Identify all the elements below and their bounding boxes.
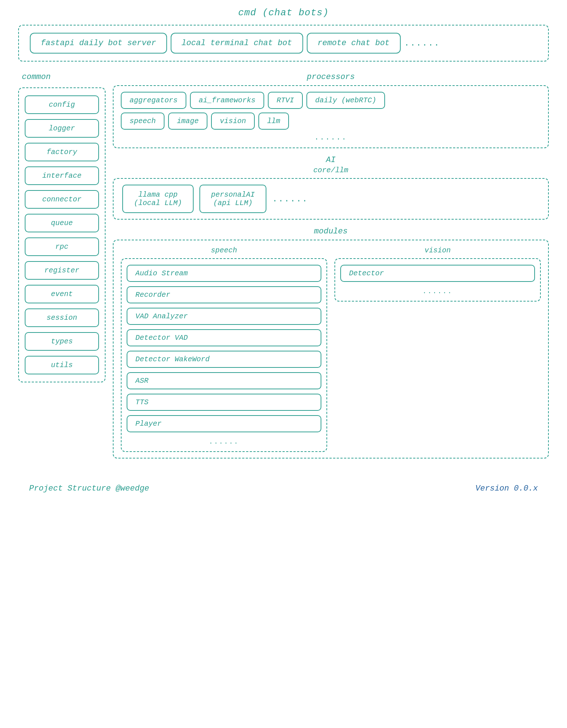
- common-item-interface[interactable]: interface: [25, 166, 99, 185]
- common-item-register[interactable]: register: [25, 261, 99, 280]
- speech-column: speech Audio Stream Recorder VAD Analyze…: [121, 246, 327, 452]
- vision-items: Detector ......: [334, 258, 541, 302]
- common-item-config[interactable]: config: [25, 95, 99, 114]
- proc-vision[interactable]: vision: [211, 113, 255, 130]
- core-llama[interactable]: llama cpp (local LLM): [122, 185, 194, 213]
- ai-label: AI: [113, 156, 549, 165]
- common-item-event[interactable]: event: [25, 285, 99, 303]
- common-item-utils[interactable]: utils: [25, 356, 99, 374]
- speech-detector-wakeword[interactable]: Detector WakeWord: [127, 351, 321, 368]
- core-row: llama cpp (local LLM) personalAI (api LL…: [122, 185, 539, 213]
- footer-version: Version 0.0.x: [475, 484, 538, 493]
- processors-ellipsis: ......: [121, 133, 541, 142]
- main-container: cmd (chat bots) fastapi daily bot server…: [0, 0, 567, 728]
- vision-detector[interactable]: Detector: [340, 265, 535, 282]
- core-ellipsis: ......: [272, 194, 308, 204]
- remote-chat-box[interactable]: remote chat bot: [307, 33, 401, 54]
- proc-llm[interactable]: llm: [258, 113, 289, 130]
- footer: Project Structure @weedge Version 0.0.x: [7, 473, 560, 500]
- cmd-ellipsis: ......: [404, 38, 440, 48]
- fastapi-box[interactable]: fastapi daily bot server: [30, 33, 167, 54]
- speech-items: Audio Stream Recorder VAD Analyzer Detec…: [121, 258, 327, 452]
- common-items-container: config logger factory interface connecto…: [18, 87, 106, 382]
- core-section: core/llm llama cpp (local LLM) personalA…: [113, 166, 549, 220]
- proc-daily-webrtc[interactable]: daily (webRTC): [306, 92, 385, 109]
- proc-ai-frameworks[interactable]: ai_frameworks: [190, 92, 264, 109]
- middle-area: common config logger factory interface c…: [18, 72, 549, 462]
- speech-player[interactable]: Player: [127, 415, 321, 432]
- right-main: processors aggregators ai_frameworks RTV…: [106, 72, 549, 462]
- proc-aggregators[interactable]: aggregators: [121, 92, 186, 109]
- local-terminal-box[interactable]: local terminal chat bot: [171, 33, 303, 54]
- modules-section: modules speech Audio Stream Recorder VAD…: [113, 227, 549, 459]
- speech-asr[interactable]: ASR: [127, 372, 321, 389]
- footer-project: Project Structure @weedge: [29, 484, 149, 493]
- speech-ellipsis: ......: [127, 438, 321, 445]
- proc-rtvi[interactable]: RTVI: [268, 92, 303, 109]
- core-container: llama cpp (local LLM) personalAI (api LL…: [113, 178, 549, 220]
- cmd-row: fastapi daily bot server local terminal …: [30, 33, 537, 54]
- modules-columns: speech Audio Stream Recorder VAD Analyze…: [121, 246, 541, 452]
- vision-column: vision Detector ......: [334, 246, 541, 452]
- common-item-factory[interactable]: factory: [25, 143, 99, 161]
- vision-ellipsis: ......: [340, 288, 535, 295]
- speech-recorder[interactable]: Recorder: [127, 286, 321, 303]
- vision-col-label: vision: [334, 246, 541, 255]
- core-label: core/llm: [113, 166, 549, 174]
- page-title: cmd (chat bots): [7, 7, 560, 18]
- processor-row2: speech image vision llm: [121, 113, 541, 130]
- processor-row1: aggregators ai_frameworks RTVI daily (we…: [121, 92, 541, 109]
- processors-container: aggregators ai_frameworks RTVI daily (we…: [113, 85, 549, 148]
- modules-container: speech Audio Stream Recorder VAD Analyze…: [113, 240, 549, 459]
- processors-section: processors aggregators ai_frameworks RTV…: [113, 72, 549, 156]
- proc-speech[interactable]: speech: [121, 113, 164, 130]
- common-item-types[interactable]: types: [25, 332, 99, 351]
- speech-detector-vad[interactable]: Detector VAD: [127, 329, 321, 346]
- common-item-rpc[interactable]: rpc: [25, 237, 99, 256]
- common-item-session[interactable]: session: [25, 308, 99, 327]
- common-item-queue[interactable]: queue: [25, 214, 99, 232]
- common-item-logger[interactable]: logger: [25, 119, 99, 138]
- speech-col-label: speech: [121, 246, 327, 255]
- cmd-section: fastapi daily bot server local terminal …: [18, 25, 549, 62]
- common-item-connector[interactable]: connector: [25, 190, 99, 209]
- speech-audio-stream[interactable]: Audio Stream: [127, 265, 321, 282]
- common-label: common: [18, 72, 106, 82]
- common-sidebar: common config logger factory interface c…: [18, 72, 106, 462]
- processors-label: processors: [113, 72, 549, 82]
- modules-label: modules: [113, 227, 549, 236]
- speech-tts[interactable]: TTS: [127, 394, 321, 411]
- core-personal-ai[interactable]: personalAI (api LLM): [199, 185, 266, 213]
- speech-vad-analyzer[interactable]: VAD Analyzer: [127, 308, 321, 325]
- proc-image[interactable]: image: [168, 113, 207, 130]
